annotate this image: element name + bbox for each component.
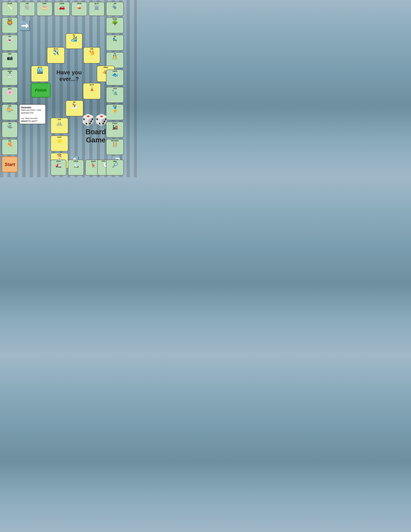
cell-flyin: fly in ✈️ [47, 47, 65, 64]
cell-rent-label: rent [58, 118, 61, 120]
cell-start: Start [2, 156, 18, 172]
cell-catch-label: catch [112, 70, 117, 72]
cell-eat1: eat 🦤 [106, 2, 124, 16]
cell-break: break 🦴 [2, 2, 18, 16]
cell-see1: see 👻 [2, 35, 18, 51]
have-you-ever-title: Have you ever...? [50, 69, 89, 82]
cell-crash-label: crash [60, 2, 64, 4]
cell-drink-icon: 🥃 [76, 5, 83, 10]
cell-flyin-icon: ✈️ [53, 50, 59, 55]
cell-flyin-label: fly in [54, 48, 58, 50]
cell-give-label: give [8, 88, 11, 90]
cell-try1-icon: 🏄 [71, 36, 77, 41]
cell-goto4-label: go to [90, 84, 94, 86]
cell-climb-icon: 🏔️ [73, 163, 79, 168]
cell-try2-label: try [114, 53, 116, 55]
cell-go2: go ⛷️ [65, 100, 83, 116]
cell-climb: climb 🏔️ [68, 160, 84, 176]
remember-box: Remember Have you (ever) + past particip… [19, 104, 46, 124]
cell-play-icon: 🎾 [112, 163, 118, 168]
cell-drive-icon: 🚛 [56, 163, 62, 168]
cell-lose-icon: 🏅 [112, 107, 118, 112]
cell-drive-label: drive [56, 160, 61, 162]
cell-goto1-icon: 🏛️ [93, 5, 100, 10]
cell-try1-label: try [73, 34, 75, 36]
cell-eat1-icon: 🦤 [112, 5, 118, 10]
cell-go2-label: go [73, 101, 75, 103]
cell-crash-icon: 🚗 [59, 5, 65, 10]
cell-build-icon: 🌳 [112, 20, 118, 25]
cell-go1-icon: 🛼 [112, 38, 117, 42]
cell-ride2: ride 🐪 [83, 47, 100, 64]
dice-area: 🎲🎲 [82, 114, 108, 126]
cell-catch-icon: 🐟 [112, 73, 118, 77]
cell-goto3-label: go to [38, 66, 42, 68]
cell-shoot-icon: 🦌 [90, 163, 96, 168]
cell-make-icon: ⛄ [7, 73, 13, 77]
cell-bake-label: bake [43, 2, 47, 4]
cell-ride1-label: ride [26, 2, 29, 4]
cell-travel: travel 🚂 [106, 122, 124, 138]
cell-meet-label: meet [57, 136, 61, 138]
cell-goto4: go to 🗼 [83, 83, 101, 99]
start-label: Start [4, 162, 15, 167]
cell-ride1: ride 🐘 [19, 2, 35, 16]
cell-lose: lose 🏅 [106, 104, 124, 120]
cell-make-label: make [8, 70, 12, 72]
cell-break-icon: 🦴 [7, 5, 13, 10]
remember-text: Have you (ever) + past participle (V3)e.… [21, 109, 44, 122]
cell-meet: meet ⭐ [51, 135, 68, 152]
cell-meet-icon: ⭐ [56, 139, 63, 143]
cell-rent-icon: 🚲 [56, 121, 63, 126]
cell-eat2-label: eat [9, 140, 11, 142]
cell-catch: catch 🐟 [106, 69, 124, 86]
cell-falldown-icon: 🪜 [112, 142, 118, 147]
cell-play-label: play [113, 160, 117, 162]
cell-finish: Finish [31, 83, 51, 97]
cell-see1-label: see [8, 36, 11, 38]
cell-ride2-label: ride [90, 48, 93, 50]
cell-goto1: go to 🏛️ [89, 2, 105, 16]
cell-give-icon: 🌸 [7, 90, 13, 95]
cell-go1: go 🛼 [106, 35, 124, 51]
cell-take-label: take [8, 53, 11, 55]
cell-travel-icon: 🚂 [112, 125, 118, 130]
cell-eat1-label: eat [114, 2, 116, 4]
cell-goto3: go to 🏙️ [31, 66, 49, 82]
cell-ride3: ride 🐎 [2, 104, 18, 120]
cell-eat2: eat 🍕 [2, 139, 18, 155]
cell-bake: bake 🎂 [37, 2, 53, 16]
cell-play: play 🎾 [106, 160, 124, 176]
cell-crash: crash 🚗 [54, 2, 70, 16]
cell-falldown: fall down 🪜 [106, 139, 124, 155]
cell-build-label: build [113, 18, 117, 20]
cell-bake-icon: 🎂 [41, 5, 48, 10]
cell-lose-label: lose [113, 105, 117, 107]
finish-label: Finish [35, 88, 47, 93]
remember-title: Remember [21, 106, 44, 109]
cell-build: build 🌳 [106, 17, 124, 33]
cell-rent: rent 🚲 [51, 118, 68, 134]
cell-goto3-icon: 🏙️ [37, 69, 43, 74]
cell-try2-icon: 🤼 [112, 55, 118, 60]
cell-take-icon: 📷 [7, 55, 13, 60]
cell-ride3-label: ride [8, 105, 11, 107]
cell-write-label: write [57, 153, 61, 155]
arrow-right-top: ➡️ [19, 20, 31, 31]
cell-go2-icon: ⛷️ [71, 103, 78, 108]
cell-falldown-label: fall down [111, 140, 119, 142]
cell-go1-label: go [114, 36, 116, 38]
cell-break-label: break [8, 2, 12, 4]
cell-goto2: go to 🦁 [2, 17, 18, 33]
cell-goto2-label: go to [8, 18, 12, 20]
cell-drink: drink 🥃 [71, 2, 87, 16]
cell-take: take 📷 [2, 52, 18, 68]
cell-goto4-icon: 🗼 [89, 86, 95, 91]
cell-ride3-icon: 🐎 [7, 107, 13, 112]
cell-see2: see 🛸 [2, 122, 18, 138]
cell-visit-icon: 🗽 [112, 90, 118, 95]
cell-drink-label: drink [77, 2, 81, 4]
cell-see2-icon: 🛸 [7, 125, 13, 130]
cell-try1: try 🏄 [65, 33, 83, 49]
cell-ride2-icon: 🐪 [89, 50, 95, 55]
